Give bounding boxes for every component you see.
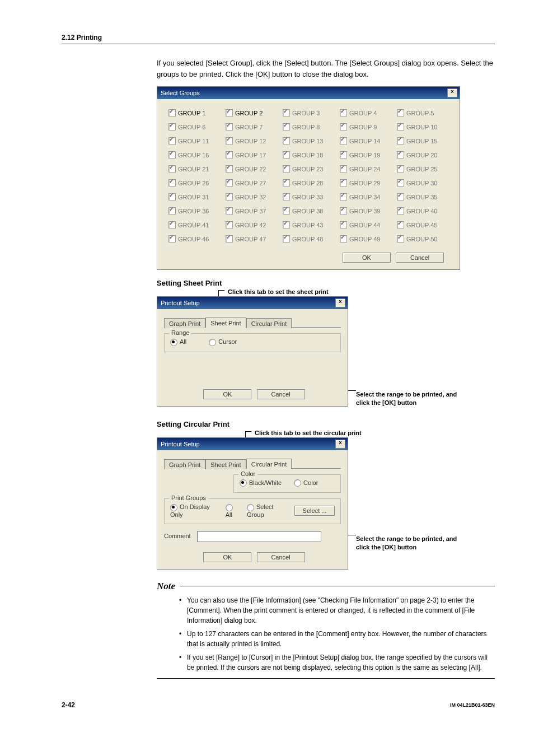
- checkbox-icon[interactable]: [226, 193, 233, 200]
- checkbox-icon[interactable]: [226, 137, 233, 144]
- group-checkbox[interactable]: GROUP 13: [283, 137, 334, 144]
- group-checkbox[interactable]: GROUP 18: [283, 151, 334, 158]
- cancel-button[interactable]: Cancel: [257, 552, 305, 562]
- group-checkbox[interactable]: GROUP 16: [168, 151, 220, 158]
- ok-button[interactable]: OK: [343, 253, 391, 263]
- checkbox-icon[interactable]: [283, 109, 290, 116]
- group-checkbox[interactable]: GROUP 30: [397, 179, 448, 186]
- checkbox-icon[interactable]: [397, 193, 404, 200]
- checkbox-icon[interactable]: [340, 193, 347, 200]
- group-checkbox[interactable]: GROUP 49: [340, 235, 391, 242]
- checkbox-icon[interactable]: [340, 151, 347, 158]
- checkbox-icon[interactable]: [168, 235, 176, 242]
- checkbox-icon[interactable]: [168, 151, 176, 158]
- group-checkbox[interactable]: GROUP 2: [226, 109, 277, 116]
- checkbox-icon[interactable]: [397, 179, 404, 186]
- tab-graph-print[interactable]: Graph Print: [164, 459, 205, 469]
- checkbox-icon[interactable]: [283, 137, 290, 144]
- checkbox-icon[interactable]: [226, 179, 233, 186]
- close-icon[interactable]: ×: [335, 440, 345, 449]
- checkbox-icon[interactable]: [397, 109, 404, 116]
- group-checkbox[interactable]: GROUP 1: [168, 109, 220, 116]
- group-checkbox[interactable]: GROUP 33: [283, 193, 334, 200]
- group-checkbox[interactable]: GROUP 26: [168, 179, 220, 186]
- checkbox-icon[interactable]: [283, 151, 290, 158]
- group-checkbox[interactable]: GROUP 34: [340, 193, 391, 200]
- select-button[interactable]: Select ...: [294, 506, 335, 516]
- group-checkbox[interactable]: GROUP 45: [397, 221, 448, 228]
- checkbox-icon[interactable]: [283, 207, 290, 214]
- checkbox-icon[interactable]: [168, 179, 176, 186]
- group-checkbox[interactable]: GROUP 11: [168, 137, 220, 144]
- group-checkbox[interactable]: GROUP 6: [168, 123, 220, 130]
- group-checkbox[interactable]: GROUP 24: [340, 165, 391, 172]
- checkbox-icon[interactable]: [340, 109, 347, 116]
- checkbox-icon[interactable]: [340, 123, 347, 130]
- group-checkbox[interactable]: GROUP 12: [226, 137, 277, 144]
- checkbox-icon[interactable]: [397, 123, 404, 130]
- checkbox-icon[interactable]: [168, 109, 176, 116]
- group-checkbox[interactable]: GROUP 32: [226, 193, 277, 200]
- comment-input[interactable]: [197, 531, 321, 542]
- radio-color[interactable]: Color: [294, 479, 318, 487]
- checkbox-icon[interactable]: [168, 123, 176, 130]
- checkbox-icon[interactable]: [397, 137, 404, 144]
- ok-button[interactable]: OK: [203, 552, 251, 562]
- checkbox-icon[interactable]: [340, 137, 347, 144]
- group-checkbox[interactable]: GROUP 25: [397, 165, 448, 172]
- checkbox-icon[interactable]: [340, 235, 347, 242]
- checkbox-icon[interactable]: [226, 235, 233, 242]
- checkbox-icon[interactable]: [168, 137, 176, 144]
- checkbox-icon[interactable]: [283, 235, 290, 242]
- checkbox-icon[interactable]: [340, 179, 347, 186]
- cancel-button[interactable]: Cancel: [257, 389, 305, 399]
- group-checkbox[interactable]: GROUP 35: [397, 193, 448, 200]
- checkbox-icon[interactable]: [226, 109, 233, 116]
- group-checkbox[interactable]: GROUP 31: [168, 193, 220, 200]
- checkbox-icon[interactable]: [340, 165, 347, 172]
- group-checkbox[interactable]: GROUP 19: [340, 151, 391, 158]
- group-checkbox[interactable]: GROUP 17: [226, 151, 277, 158]
- group-checkbox[interactable]: GROUP 37: [226, 207, 277, 214]
- checkbox-icon[interactable]: [397, 165, 404, 172]
- checkbox-icon[interactable]: [226, 123, 233, 130]
- tab-sheet-print[interactable]: Sheet Print: [205, 318, 246, 328]
- checkbox-icon[interactable]: [340, 207, 347, 214]
- checkbox-icon[interactable]: [168, 207, 176, 214]
- group-checkbox[interactable]: GROUP 42: [226, 221, 277, 228]
- checkbox-icon[interactable]: [168, 221, 176, 228]
- checkbox-icon[interactable]: [397, 235, 404, 242]
- tab-circular-print[interactable]: Circular Print: [246, 318, 292, 328]
- checkbox-icon[interactable]: [226, 207, 233, 214]
- group-checkbox[interactable]: GROUP 47: [226, 235, 277, 242]
- group-checkbox[interactable]: GROUP 21: [168, 165, 220, 172]
- checkbox-icon[interactable]: [397, 221, 404, 228]
- group-checkbox[interactable]: GROUP 44: [340, 221, 391, 228]
- group-checkbox[interactable]: GROUP 8: [283, 123, 334, 130]
- group-checkbox[interactable]: GROUP 50: [397, 235, 448, 242]
- group-checkbox[interactable]: GROUP 14: [340, 137, 391, 144]
- checkbox-icon[interactable]: [283, 221, 290, 228]
- radio-bw[interactable]: Black/White: [240, 479, 282, 487]
- checkbox-icon[interactable]: [283, 179, 290, 186]
- checkbox-icon[interactable]: [168, 193, 176, 200]
- group-checkbox[interactable]: GROUP 48: [283, 235, 334, 242]
- checkbox-icon[interactable]: [397, 207, 404, 214]
- radio-on-display[interactable]: On Display Only: [170, 503, 219, 518]
- ok-button[interactable]: OK: [203, 389, 251, 399]
- close-icon[interactable]: ×: [335, 298, 345, 307]
- group-checkbox[interactable]: GROUP 41: [168, 221, 220, 228]
- radio-all[interactable]: All: [226, 503, 240, 518]
- checkbox-icon[interactable]: [283, 165, 290, 172]
- checkbox-icon[interactable]: [283, 123, 290, 130]
- group-checkbox[interactable]: GROUP 22: [226, 165, 277, 172]
- group-checkbox[interactable]: GROUP 40: [397, 207, 448, 214]
- group-checkbox[interactable]: GROUP 20: [397, 151, 448, 158]
- checkbox-icon[interactable]: [283, 193, 290, 200]
- group-checkbox[interactable]: GROUP 4: [340, 109, 391, 116]
- group-checkbox[interactable]: GROUP 39: [340, 207, 391, 214]
- group-checkbox[interactable]: GROUP 3: [283, 109, 334, 116]
- group-checkbox[interactable]: GROUP 5: [397, 109, 448, 116]
- tab-sheet-print[interactable]: Sheet Print: [205, 459, 246, 469]
- cancel-button[interactable]: Cancel: [396, 253, 444, 263]
